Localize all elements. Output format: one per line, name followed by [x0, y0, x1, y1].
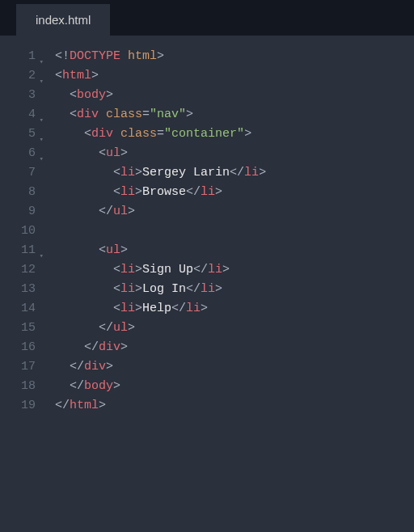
code-token: <	[55, 69, 62, 82]
code-token	[55, 166, 113, 179]
code-token	[55, 302, 113, 315]
code-line[interactable]: <li>Browse</li>	[55, 183, 266, 202]
code-token: </	[186, 282, 201, 296]
code-token	[55, 243, 99, 257]
code-token: >	[135, 263, 142, 277]
line-number[interactable]: 5▾	[0, 125, 36, 144]
line-number[interactable]: 6▾	[0, 144, 36, 163]
code-token: <	[70, 108, 77, 121]
code-line[interactable]	[55, 222, 266, 241]
line-number[interactable]: 10	[0, 222, 36, 241]
code-line[interactable]: <li>Sergey Larin</li>	[55, 163, 266, 183]
line-number[interactable]: 14	[0, 299, 36, 319]
fold-icon[interactable]: ▾	[40, 111, 44, 130]
code-token: class	[106, 108, 142, 121]
line-number[interactable]: 17	[0, 357, 36, 377]
code-token	[113, 127, 120, 141]
line-number[interactable]: 2▾	[0, 66, 36, 86]
code-area[interactable]: <!DOCTYPE html><html> <body> <div class=…	[40, 47, 266, 532]
code-line[interactable]: <li>Log In</li>	[55, 280, 266, 299]
code-token: >	[222, 263, 230, 277]
fold-icon[interactable]: ▾	[40, 72, 44, 91]
code-token: </	[70, 379, 84, 393]
code-token: >	[157, 49, 164, 63]
line-number[interactable]: 18	[0, 377, 36, 396]
code-token: "container"	[164, 127, 244, 141]
code-token: "nav"	[150, 108, 186, 121]
code-line[interactable]: </html>	[55, 396, 266, 416]
code-line[interactable]: </ul>	[55, 202, 266, 222]
code-token: >	[120, 146, 128, 160]
code-token: =	[142, 108, 150, 121]
code-token	[55, 205, 99, 218]
code-token: ul	[113, 321, 128, 335]
line-number[interactable]: 11▾	[0, 241, 36, 260]
code-token: Sergey Larin	[142, 166, 230, 179]
tab-bar: index.html	[0, 0, 414, 36]
code-token: body	[77, 88, 106, 102]
line-number[interactable]: 4▾	[0, 105, 36, 125]
fold-icon[interactable]: ▾	[40, 150, 44, 169]
code-token: >	[135, 166, 142, 179]
code-token	[55, 185, 113, 199]
code-token: li	[201, 282, 215, 296]
code-line[interactable]: <ul>	[55, 144, 266, 163]
code-line[interactable]: <div class="nav">	[55, 105, 266, 125]
code-token: li	[120, 282, 135, 296]
code-token: >	[99, 399, 106, 412]
line-number[interactable]: 9	[0, 202, 36, 222]
code-editor[interactable]: 1▾2▾34▾5▾6▾7891011▾1213141516171819 <!DO…	[0, 36, 414, 532]
code-line[interactable]: </div>	[55, 338, 266, 357]
code-token: DOCTYPE	[70, 49, 120, 63]
line-number[interactable]: 3	[0, 86, 36, 105]
code-token: Browse	[142, 185, 186, 199]
fold-icon[interactable]: ▾	[40, 53, 44, 72]
code-line[interactable]: </body>	[55, 377, 266, 396]
code-token: </	[171, 302, 186, 315]
code-line[interactable]: <div class="container">	[55, 125, 266, 144]
code-token	[99, 108, 106, 121]
tab-file[interactable]: index.html	[16, 4, 110, 36]
code-line[interactable]: <li>Sign Up</li>	[55, 260, 266, 280]
code-token	[55, 88, 70, 102]
code-token: body	[84, 379, 113, 393]
code-line[interactable]: </div>	[55, 357, 266, 377]
fold-icon[interactable]: ▾	[40, 247, 44, 266]
code-token: >	[106, 88, 113, 102]
line-number[interactable]: 15	[0, 319, 36, 338]
code-line[interactable]: </ul>	[55, 319, 266, 338]
code-token: <	[99, 146, 106, 160]
line-number[interactable]: 1▾	[0, 47, 36, 66]
code-token: li	[120, 166, 135, 179]
code-line[interactable]: <body>	[55, 86, 266, 105]
code-line[interactable]: <li>Help</li>	[55, 299, 266, 319]
code-token	[55, 146, 99, 160]
code-token: </	[193, 263, 208, 277]
line-number[interactable]: 8	[0, 183, 36, 202]
code-token: >	[259, 166, 266, 179]
code-token	[55, 282, 113, 296]
code-token: >	[135, 302, 142, 315]
line-number[interactable]: 13	[0, 280, 36, 299]
line-number[interactable]: 12	[0, 260, 36, 280]
fold-icon[interactable]: ▾	[40, 130, 44, 150]
code-token	[55, 379, 70, 393]
line-number[interactable]: 7	[0, 163, 36, 183]
code-line[interactable]: <html>	[55, 66, 266, 86]
line-number[interactable]: 19	[0, 396, 36, 416]
code-token: class	[120, 127, 157, 141]
code-token: <	[113, 302, 120, 315]
code-token: Help	[142, 302, 171, 315]
code-line[interactable]: <ul>	[55, 241, 266, 260]
code-token: li	[201, 185, 215, 199]
code-line[interactable]: <!DOCTYPE html>	[55, 47, 266, 66]
code-token: </	[55, 399, 70, 412]
code-token: li	[120, 263, 135, 277]
code-token: >	[186, 108, 193, 121]
code-token: >	[135, 185, 142, 199]
code-token	[55, 127, 84, 141]
code-token: div	[99, 340, 120, 354]
line-number[interactable]: 16	[0, 338, 36, 357]
code-token: div	[91, 127, 113, 141]
code-token: >	[120, 243, 128, 257]
